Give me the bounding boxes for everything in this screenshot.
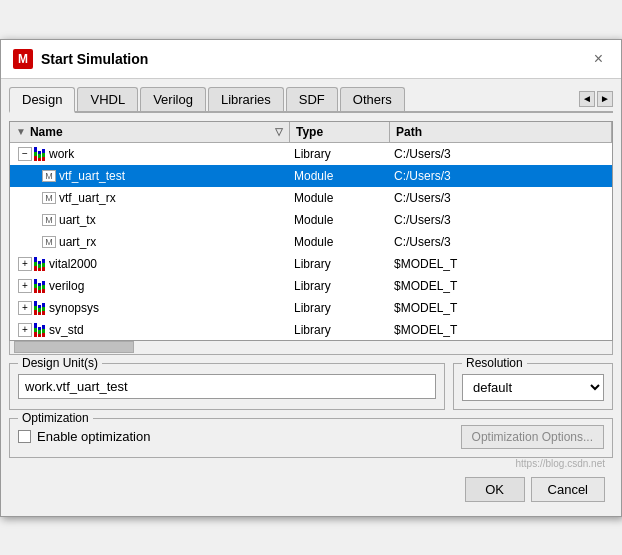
tree-cell-path: C:/Users/3 xyxy=(390,167,612,185)
row-label: work xyxy=(49,147,74,161)
tab-others[interactable]: Others xyxy=(340,87,405,111)
optimization-left: Enable optimization xyxy=(18,429,150,444)
tree-row[interactable]: M uart_tx Module C:/Users/3 xyxy=(10,209,612,231)
lib-icon xyxy=(34,301,45,315)
tree-cell-type: Module xyxy=(290,189,390,207)
tree-cell-path: C:/Users/3 xyxy=(390,189,612,207)
tabs-container: Design VHDL Verilog Libraries SDF Others… xyxy=(9,87,613,113)
tree-cell-type: Module xyxy=(290,233,390,251)
tab-nav-left[interactable]: ◄ xyxy=(579,91,595,107)
row-label: synopsys xyxy=(49,301,99,315)
dialog-body: Design VHDL Verilog Libraries SDF Others… xyxy=(1,79,621,516)
tree-row[interactable]: + verilog Library $MODEL_T xyxy=(10,275,612,297)
design-unit-legend: Design Unit(s) xyxy=(18,356,102,370)
tree-cell-name: M vtf_uart_rx xyxy=(10,189,290,207)
module-icon: M xyxy=(42,170,56,182)
name-header: ▼ Name ▽ xyxy=(10,122,290,142)
tree-cell-type: Library xyxy=(290,145,390,163)
tab-vhdl[interactable]: VHDL xyxy=(77,87,138,111)
tab-design[interactable]: Design xyxy=(9,87,75,113)
tree-cell-path: $MODEL_T xyxy=(390,277,612,295)
row-label: uart_tx xyxy=(59,213,96,227)
expand-button[interactable]: + xyxy=(18,301,32,315)
tree-row[interactable]: M uart_rx Module C:/Users/3 xyxy=(10,231,612,253)
resolution-group: Resolution default 1ps 10ps 100ps 1ns 10… xyxy=(453,363,613,410)
path-header: Path xyxy=(390,122,612,142)
tree-cell-type: Library xyxy=(290,277,390,295)
tree-cell-type: Library xyxy=(290,299,390,317)
tree-cell-name: M vtf_uart_test xyxy=(10,167,290,185)
resolution-select[interactable]: default 1ps 10ps 100ps 1ns 10ns xyxy=(462,374,604,401)
tree-cell-path: C:/Users/3 xyxy=(390,145,612,163)
close-button[interactable]: × xyxy=(588,48,609,70)
tree-cell-name: + sv_std xyxy=(10,321,290,339)
type-header: Type xyxy=(290,122,390,142)
enable-optimization-checkbox[interactable] xyxy=(18,430,31,443)
lib-icon xyxy=(34,257,45,271)
tree-row[interactable]: M vtf_uart_rx Module C:/Users/3 xyxy=(10,187,612,209)
tree-row[interactable]: + synopsys Library $MODEL_T xyxy=(10,297,612,319)
row-label: vital2000 xyxy=(49,257,97,271)
resolution-legend: Resolution xyxy=(462,356,527,370)
horizontal-scrollbar[interactable] xyxy=(9,341,613,355)
lib-icon xyxy=(34,323,45,337)
tree-cell-type: Module xyxy=(290,167,390,185)
expand-button[interactable]: + xyxy=(18,323,32,337)
tree-panel[interactable]: ▼ Name ▽ Type Path − work xyxy=(9,121,613,341)
resolution-select-wrapper: default 1ps 10ps 100ps 1ns 10ns xyxy=(462,374,604,401)
design-unit-input[interactable] xyxy=(18,374,436,399)
row-label: verilog xyxy=(49,279,84,293)
tree-cell-path: $MODEL_T xyxy=(390,321,612,339)
tab-libraries[interactable]: Libraries xyxy=(208,87,284,111)
bottom-bar: OK Cancel xyxy=(9,471,613,508)
app-icon: M xyxy=(13,49,33,69)
row-label: sv_std xyxy=(49,323,84,337)
lib-icon xyxy=(34,147,45,161)
tab-sdf[interactable]: SDF xyxy=(286,87,338,111)
tree-cell-type: Library xyxy=(290,255,390,273)
fields-area: Design Unit(s) Resolution default 1ps 10… xyxy=(9,363,613,410)
row-label: vtf_uart_test xyxy=(59,169,125,183)
tree-cell-path: C:/Users/3 xyxy=(390,233,612,251)
tab-verilog[interactable]: Verilog xyxy=(140,87,206,111)
tree-cell-name: + synopsys xyxy=(10,299,290,317)
title-bar: M Start Simulation × xyxy=(1,40,621,79)
tree-cell-name: − work xyxy=(10,145,290,163)
lib-icon xyxy=(34,279,45,293)
tree-cell-path: $MODEL_T xyxy=(390,255,612,273)
optimization-options-button[interactable]: Optimization Options... xyxy=(461,425,604,449)
row-label: uart_rx xyxy=(59,235,96,249)
tree-row[interactable]: M vtf_uart_test Module C:/Users/3 xyxy=(10,165,612,187)
tree-row[interactable]: − work Library C:/Users/3 xyxy=(10,143,612,165)
tree-header: ▼ Name ▽ Type Path xyxy=(10,122,612,143)
expand-button[interactable]: + xyxy=(18,257,32,271)
design-unit-group: Design Unit(s) xyxy=(9,363,445,410)
tree-cell-name: + verilog xyxy=(10,277,290,295)
module-icon: M xyxy=(42,192,56,204)
filter-icon: ▼ xyxy=(16,126,26,137)
row-label: vtf_uart_rx xyxy=(59,191,116,205)
tree-cell-path: $MODEL_T xyxy=(390,299,612,317)
start-simulation-dialog: M Start Simulation × Design VHDL Verilog… xyxy=(0,39,622,517)
tree-cell-name: M uart_tx xyxy=(10,211,290,229)
tree-cell-type: Module xyxy=(290,211,390,229)
tree-cell-name: + vital2000 xyxy=(10,255,290,273)
tree-cell-type: Library xyxy=(290,321,390,339)
title-bar-left: M Start Simulation xyxy=(13,49,148,69)
optimization-legend: Optimization xyxy=(18,411,93,425)
expand-button[interactable]: + xyxy=(18,279,32,293)
expand-button[interactable]: − xyxy=(18,147,32,161)
tree-cell-path: C:/Users/3 xyxy=(390,211,612,229)
tab-nav-right[interactable]: ► xyxy=(597,91,613,107)
ok-button[interactable]: OK xyxy=(465,477,525,502)
module-icon: M xyxy=(42,214,56,226)
tab-nav-arrows: ◄ ► xyxy=(579,91,613,111)
tree-cell-name: M uart_rx xyxy=(10,233,290,251)
tree-row[interactable]: + sv_std Library $MODEL_T xyxy=(10,319,612,341)
tree-row[interactable]: + vital2000 Library $MODEL_T xyxy=(10,253,612,275)
sort-icon: ▽ xyxy=(275,126,283,137)
scroll-thumb[interactable] xyxy=(14,341,134,353)
optimization-group: Optimization Enable optimization Optimiz… xyxy=(9,418,613,458)
cancel-button[interactable]: Cancel xyxy=(531,477,605,502)
tabs: Design VHDL Verilog Libraries SDF Others xyxy=(9,87,405,111)
